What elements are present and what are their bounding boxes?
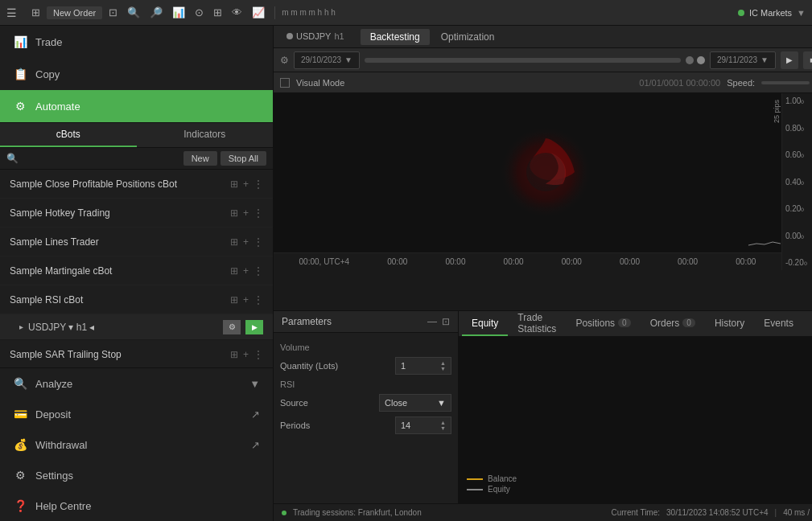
chart-tab-usdjpy[interactable]: USDJPY h1 bbox=[280, 26, 351, 47]
bot-add-icon[interactable]: + bbox=[243, 236, 249, 248]
chart-indicator bbox=[748, 239, 781, 251]
tab-events[interactable]: Events bbox=[754, 311, 803, 336]
params-minimize-icon[interactable]: — bbox=[427, 316, 437, 327]
chart-x-axis: 00:00, UTC+4 00:00 00:00 00:00 00:00 00:… bbox=[274, 252, 781, 270]
equity-legend-line bbox=[467, 489, 483, 490]
sidebar-item-settings[interactable]: ⚙ Settings bbox=[0, 460, 273, 490]
bot-add-icon[interactable]: + bbox=[243, 349, 249, 360]
stop-all-button[interactable]: Stop All bbox=[221, 151, 266, 166]
bot-settings-icon[interactable]: ⊞ bbox=[230, 349, 238, 360]
bot-add-icon[interactable]: + bbox=[243, 265, 249, 277]
bot-more-icon[interactable]: ⋮ bbox=[253, 207, 263, 219]
trading-sessions: Trading sessions: Frankfurt, London bbox=[293, 508, 422, 517]
tab-optimization[interactable]: Optimization bbox=[431, 29, 505, 45]
list-item[interactable]: Sample Lines Trader ⊞ + ⋮ bbox=[0, 228, 273, 256]
copy-nav-icon: 📋 bbox=[13, 68, 27, 80]
collapse-icon[interactable]: ▼ bbox=[249, 378, 260, 390]
visual-mode-checkbox[interactable] bbox=[280, 78, 290, 88]
visual-mode-bar: Visual Mode 01/01/0001 00:00:00 Speed: 1… bbox=[274, 72, 812, 93]
dot2 bbox=[697, 56, 705, 64]
bot-add-icon[interactable]: + bbox=[243, 178, 249, 190]
chart-area[interactable]: 25 pips 1.00₀ 0.80₀ 0.60₀ 0.40₀ 0.20₀ 0.… bbox=[274, 93, 812, 270]
settings-gear-icon[interactable]: ⚙ bbox=[280, 55, 289, 66]
speed-slider[interactable] bbox=[761, 81, 810, 84]
tab-equity[interactable]: Equity bbox=[462, 311, 508, 336]
params-body: Volume Quantity (Lots) 1 ▲ ▼ bbox=[274, 333, 458, 503]
bot-more-icon[interactable]: ⋮ bbox=[253, 349, 263, 360]
social-icon[interactable]: ⊙ bbox=[192, 5, 207, 20]
menu-icon[interactable]: ☰ bbox=[6, 6, 17, 19]
bot-more-icon[interactable]: ⋮ bbox=[253, 265, 263, 277]
list-item[interactable]: Sample RSI cBot ⊞ + ⋮ bbox=[0, 285, 273, 314]
toolbar-icons: ⊞ New Order ⊡ 🔍 🔎 📊 ⊙ ⊞ 👁 📈 m m m m h h … bbox=[28, 5, 733, 20]
bot-add-icon[interactable]: + bbox=[243, 207, 249, 219]
source-row: Source Close ▼ bbox=[280, 394, 451, 412]
sidebar-item-trade[interactable]: 📊 Trade bbox=[0, 26, 273, 58]
end-date-input[interactable]: 29/11/2023 ▼ bbox=[710, 51, 776, 69]
sidebar-item-help[interactable]: ❓ Help Centre bbox=[0, 490, 273, 521]
sidebar-item-automate[interactable]: ⚙ Automate bbox=[0, 90, 273, 122]
source-select[interactable]: Close ▼ bbox=[379, 394, 451, 412]
status-right: Current Time: 30/11/2023 14:08:52 UTC+4 … bbox=[611, 508, 812, 517]
tab-history[interactable]: History bbox=[705, 311, 754, 336]
audio-icon[interactable]: 📊 bbox=[169, 5, 188, 20]
tab-cbots[interactable]: cBots bbox=[0, 123, 137, 147]
chart-icon[interactable]: ⊞ bbox=[28, 5, 43, 20]
equity-legend-item: Equity bbox=[467, 485, 517, 494]
search-icon[interactable]: 🔍 bbox=[124, 5, 143, 20]
bot-settings-icon[interactable]: ⊞ bbox=[230, 178, 238, 190]
bot-list: Sample Close Profitable Positions cBot ⊞… bbox=[0, 170, 273, 367]
params-expand-icon[interactable]: ⊡ bbox=[442, 316, 450, 327]
eye-icon[interactable]: 👁 bbox=[229, 5, 245, 20]
tab-orders[interactable]: Orders 0 bbox=[641, 311, 705, 336]
tab-trade-statistics[interactable]: Trade Statistics bbox=[508, 311, 566, 336]
withdrawal-icon: 💰 bbox=[13, 438, 27, 451]
tab-indicators[interactable]: Indicators bbox=[137, 123, 274, 147]
sub-settings-button[interactable]: ⚙ bbox=[223, 320, 241, 334]
bot-add-icon[interactable]: + bbox=[243, 294, 249, 306]
equity-legend: Balance Equity bbox=[467, 474, 517, 495]
start-date-input[interactable]: 29/10/2023 ▼ bbox=[294, 51, 360, 69]
sidebar-bottom: 🔍 Analyze ▼ 💳 Deposit ↗ 💰 Withdrawal ↗ ⚙… bbox=[0, 367, 273, 521]
bot-settings-icon[interactable]: ⊞ bbox=[230, 265, 238, 277]
bot-settings-icon[interactable]: ⊞ bbox=[230, 294, 238, 306]
sidebar-item-copy[interactable]: 📋 Copy bbox=[0, 58, 273, 90]
stop-button[interactable]: ■ bbox=[803, 51, 812, 69]
tab-backtesting[interactable]: Backtesting bbox=[361, 29, 430, 45]
copy-icon[interactable]: ⊡ bbox=[105, 5, 121, 20]
list-item[interactable]: Sample SAR Trailing Stop ⊞ + ⋮ bbox=[0, 340, 273, 367]
status-indicator bbox=[282, 511, 286, 515]
quantity-row: Quantity (Lots) 1 ▲ ▼ bbox=[280, 357, 451, 375]
new-bot-button[interactable]: New bbox=[183, 151, 217, 166]
separator1 bbox=[274, 6, 275, 19]
bot-toolbar: 🔍 New Stop All bbox=[0, 148, 273, 170]
list-item[interactable]: Sample Close Profitable Positions cBot ⊞… bbox=[0, 170, 273, 199]
sub-run-button[interactable]: ▶ bbox=[245, 320, 263, 334]
list-item[interactable]: Sample Martingale cBot ⊞ + ⋮ bbox=[0, 256, 273, 285]
tab-positions[interactable]: Positions 0 bbox=[566, 311, 640, 336]
bot-more-icon[interactable]: ⋮ bbox=[253, 236, 263, 248]
bottom-section: Parameters — ⊡ Volume Quantity (Lots) bbox=[274, 310, 812, 503]
search2-icon[interactable]: 🔎 bbox=[146, 5, 166, 20]
sidebar-item-analyze[interactable]: 🔍 Analyze ▼ bbox=[0, 368, 273, 399]
bot-more-icon[interactable]: ⋮ bbox=[253, 178, 263, 190]
chart2-icon[interactable]: 📈 bbox=[249, 5, 268, 20]
new-order-btn[interactable]: New Order bbox=[47, 6, 102, 19]
bot-settings-icon[interactable]: ⊞ bbox=[230, 236, 238, 248]
balance-legend-item: Balance bbox=[467, 474, 517, 483]
periods-input[interactable]: 14 ▲ ▼ bbox=[395, 416, 451, 434]
sidebar-item-withdrawal[interactable]: 💰 Withdrawal ↗ bbox=[0, 429, 273, 460]
search-bots-icon[interactable]: 🔍 bbox=[6, 153, 19, 164]
chart-timeframe: h1 bbox=[334, 31, 344, 41]
main-layout: 📊 Trade 📋 Copy ⚙ Automate cBots In bbox=[0, 26, 812, 521]
bot-more-icon[interactable]: ⋮ bbox=[253, 294, 263, 306]
list-item[interactable]: Sample Hotkey Trading ⊞ + ⋮ bbox=[0, 199, 273, 228]
quantity-input[interactable]: 1 ▲ ▼ bbox=[395, 357, 451, 375]
sidebar-item-deposit[interactable]: 💳 Deposit ↗ bbox=[0, 399, 273, 429]
bot-sub-item[interactable]: ▸ USDJPY ▾ h1 ◂ ⚙ ▶ bbox=[0, 314, 273, 340]
expand-icon[interactable]: ▼ bbox=[797, 8, 806, 18]
bot-settings-icon[interactable]: ⊞ bbox=[230, 207, 238, 219]
layers-icon[interactable]: ⊞ bbox=[210, 5, 225, 20]
play-button[interactable]: ▶ bbox=[781, 51, 798, 69]
tab-log[interactable]: Log bbox=[803, 311, 812, 336]
